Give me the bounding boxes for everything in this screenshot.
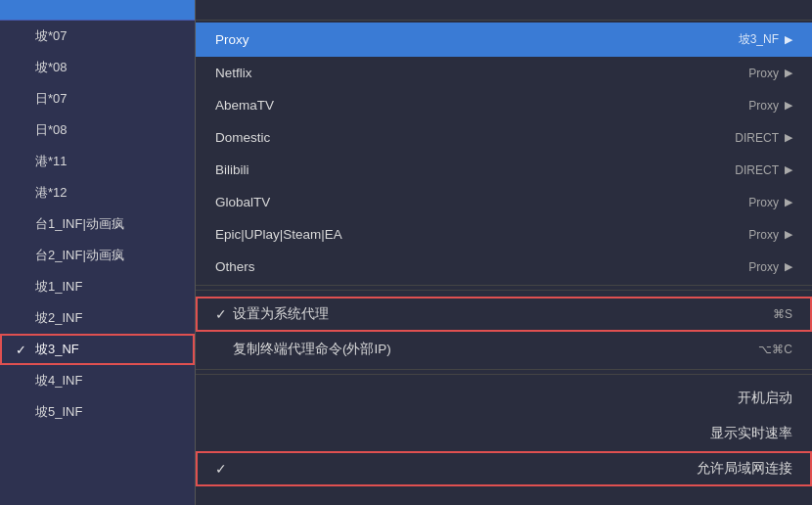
menu-item-right-label: Proxy (748, 260, 779, 274)
menu-item-right: Proxy▶ (748, 67, 792, 80)
menu-item-right-label: 坡3_NF (739, 31, 779, 48)
shortcut-label: ⌘S (773, 307, 792, 321)
system-item-label: 复制终端代理命令(外部IP) (233, 341, 391, 358)
submenu-arrow-icon: ▶ (785, 67, 792, 79)
submenu-arrow-icon: ▶ (785, 99, 792, 112)
system-item-0[interactable]: ✓设置为系统代理⌘S (196, 297, 812, 332)
extra-item-label: 显示实时速率 (710, 425, 792, 442)
menu-item-3[interactable]: DomesticDIRECT▶ (196, 121, 812, 154)
system-item-label: 设置为系统代理 (233, 305, 329, 323)
sidebar-item-12[interactable]: 坡5_INF (0, 396, 195, 428)
menu-item-label: Bilibili (215, 162, 249, 177)
divider-2 (196, 374, 812, 375)
menu-item-right: Proxy▶ (748, 228, 792, 242)
menu-item-right-label: DIRECT (735, 163, 779, 177)
menu-item-label: Netflix (215, 66, 252, 80)
menu-item-right-label: Proxy (748, 99, 779, 113)
check-icon: ✓ (215, 461, 233, 477)
menu-item-label: Others (215, 259, 255, 274)
sidebar-item-9[interactable]: 坡2_INF (0, 302, 195, 334)
sidebar-item-label: 坡2_INF (35, 309, 82, 327)
menu-item-5[interactable]: GlobalTVProxy▶ (196, 186, 812, 218)
sidebar-item-label: 坡1_INF (35, 278, 82, 296)
menu-item-0[interactable]: Proxy坡3_NF▶ (196, 23, 812, 57)
menu-item-right: 坡3_NF▶ (739, 31, 792, 48)
menu-item-7[interactable]: OthersProxy▶ (196, 251, 812, 283)
menu-item-label: Proxy (215, 32, 249, 47)
submenu-arrow-icon: ▶ (785, 260, 792, 273)
menu-item-right-label: DIRECT (735, 131, 779, 145)
sidebar: 坡*07坡*08日*07日*08港*11港*12台1_INF|动画疯台2_INF… (0, 0, 196, 505)
check-icon: ✓ (215, 306, 233, 322)
shortcut-label: ⌥⌘C (758, 343, 792, 356)
menu-item-right: Proxy▶ (748, 196, 792, 209)
sidebar-item-2[interactable]: 日*07 (0, 83, 195, 115)
sidebar-item-label: 港*11 (35, 153, 68, 170)
sidebar-item-11[interactable]: 坡4_INF (0, 365, 195, 396)
system-item-1[interactable]: 复制终端代理命令(外部IP)⌥⌘C (196, 332, 812, 367)
sidebar-item-label: 坡5_INF (35, 403, 82, 421)
menu-item-label: Epic|UPlay|Steam|EA (215, 227, 342, 242)
submenu-arrow-icon: ▶ (785, 196, 792, 208)
top-header[interactable] (196, 0, 812, 21)
sidebar-item-10[interactable]: ✓坡3_NF (0, 334, 195, 365)
sidebar-item-0[interactable]: 坡*07 (0, 21, 195, 52)
submenu-arrow-icon: ▶ (785, 228, 792, 241)
sidebar-items-list: 坡*07坡*08日*07日*08港*11港*12台1_INF|动画疯台2_INF… (0, 21, 195, 428)
extra-item-2[interactable]: ✓允许局域网连接 (196, 451, 812, 486)
sidebar-item-8[interactable]: 坡1_INF (0, 271, 195, 302)
checkmark-icon: ✓ (16, 343, 29, 357)
divider-1 (196, 290, 812, 291)
menu-item-label: Domestic (215, 130, 270, 145)
sidebar-item-7[interactable]: 台2_INF|动画疯 (0, 240, 195, 271)
menu-item-right: Proxy▶ (748, 99, 792, 113)
sidebar-item-label: 日*08 (35, 121, 68, 139)
submenu-arrow-icon: ▶ (785, 33, 792, 46)
menu-item-right: Proxy▶ (748, 260, 792, 274)
menu-item-right: DIRECT▶ (735, 131, 792, 145)
extra-item-0[interactable]: 开机启动 (196, 381, 812, 416)
menu-item-right-label: Proxy (748, 196, 779, 209)
extra-item-label: 开机启动 (738, 390, 792, 407)
main-panel: Proxy坡3_NF▶NetflixProxy▶AbemaTVProxy▶Dom… (196, 0, 812, 505)
menu-item-1[interactable]: NetflixProxy▶ (196, 57, 812, 89)
sidebar-item-5[interactable]: 港*12 (0, 177, 195, 208)
sidebar-item-4[interactable]: 港*11 (0, 146, 195, 177)
system-section: ✓设置为系统代理⌘S复制终端代理命令(外部IP)⌥⌘C (196, 295, 812, 370)
menu-item-2[interactable]: AbemaTVProxy▶ (196, 89, 812, 121)
sidebar-item-3[interactable]: 日*08 (0, 115, 195, 146)
extra-item-label: 允许局域网连接 (697, 460, 792, 478)
sidebar-item-label: 坡4_INF (35, 372, 82, 390)
sidebar-item-6[interactable]: 台1_INF|动画疯 (0, 208, 195, 240)
sidebar-item-label: 坡3_NF (35, 341, 79, 358)
menu-item-right: DIRECT▶ (735, 163, 792, 177)
sidebar-item-label: 港*12 (35, 184, 68, 202)
menu-item-right-label: Proxy (748, 228, 779, 242)
submenu-arrow-icon: ▶ (785, 131, 792, 144)
menu-item-4[interactable]: BilibiliDIRECT▶ (196, 154, 812, 186)
menu-item-6[interactable]: Epic|UPlay|Steam|EAProxy▶ (196, 218, 812, 251)
sidebar-item-label: 台1_INF|动画疯 (35, 215, 124, 233)
submenu-arrow-icon: ▶ (785, 163, 792, 176)
sidebar-item-1[interactable]: 坡*08 (0, 52, 195, 83)
sidebar-item-label: 坡*08 (35, 59, 68, 76)
menu-item-label: AbemaTV (215, 98, 274, 113)
sidebar-item-label: 台2_INF|动画疯 (35, 247, 124, 264)
sidebar-header (0, 0, 195, 21)
menu-item-right-label: Proxy (748, 67, 779, 80)
sidebar-item-label: 日*07 (35, 90, 68, 108)
menu-item-label: GlobalTV (215, 195, 270, 209)
sidebar-item-label: 坡*07 (35, 27, 68, 45)
extra-section: 开机启动显示实时速率✓允许局域网连接 (196, 379, 812, 488)
menu-container: 坡*07坡*08日*07日*08港*11港*12台1_INF|动画疯台2_INF… (0, 0, 812, 505)
extra-item-1[interactable]: 显示实时速率 (196, 416, 812, 451)
proxy-rules-section: Proxy坡3_NF▶NetflixProxy▶AbemaTVProxy▶Dom… (196, 21, 812, 286)
